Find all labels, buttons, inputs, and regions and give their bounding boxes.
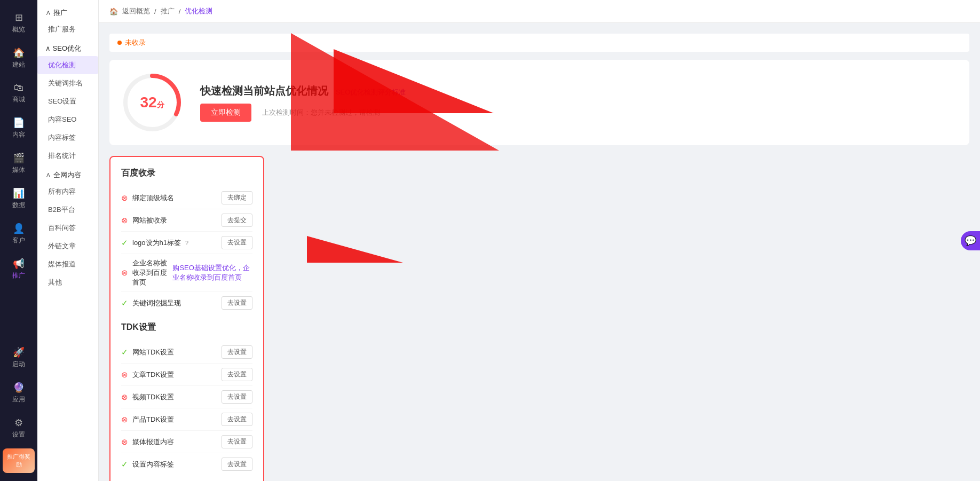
- sidebar-bottom: 🚀 启动🔮 应用⚙ 设置 推广得奖励: [0, 340, 37, 481]
- ok-icon: ✓: [121, 460, 128, 469]
- check-item-action-button[interactable]: 去提交: [222, 214, 252, 227]
- check-item-action-button[interactable]: 去设置: [222, 236, 252, 249]
- start-label: 启动: [12, 360, 25, 369]
- help-icon[interactable]: ?: [185, 240, 188, 246]
- apps-icon: 🔮: [13, 382, 25, 393]
- sidebar-section-∧ 全网内容[interactable]: ∧ 全网内容: [37, 165, 98, 183]
- overview-icon: ⊞: [15, 12, 23, 23]
- sidebar-dark: ⊞ 概览🏠 建站🛍 商城📄 内容🎬 媒体📊 数据👤 客户📢 推广 🚀: [0, 0, 37, 481]
- sidebar-item-b2b[interactable]: B2B平台: [37, 201, 98, 219]
- error-icon: ⊗: [121, 392, 128, 402]
- sidebar-dark-bottom-settings[interactable]: ⚙ 设置: [0, 411, 37, 446]
- check-item-label: 视频TDK设置: [132, 392, 174, 402]
- check-item-action-button[interactable]: 去设置: [222, 296, 252, 310]
- error-icon: ⊗: [121, 415, 128, 424]
- data-label: 数据: [12, 201, 25, 210]
- error-icon: ⊗: [121, 268, 128, 278]
- error-icon: ⊗: [121, 437, 128, 447]
- media-icon: 🎬: [13, 152, 25, 164]
- sidebar-item-outbound[interactable]: 外链文章: [37, 237, 98, 255]
- check-item-action-button[interactable]: 去设置: [222, 390, 252, 404]
- sidebar-item-content-seo[interactable]: 内容SEO: [37, 111, 98, 129]
- score-standard-link[interactable]: SEO优化检测评分标准: [336, 88, 406, 96]
- warning-banner: 未收录: [109, 34, 969, 52]
- check-item-label: 企业名称被收录到百度首页: [132, 258, 172, 287]
- settings-icon: ⚙: [14, 417, 23, 429]
- check-item-label: 关键词挖掘呈现: [132, 298, 181, 308]
- check-item-left: ⊗产品TDK设置: [121, 415, 174, 424]
- check-section-main: 百度收录 ⊗绑定顶级域名去绑定⊗网站被收录去提交✓logo设为h1标签?去设置⊗…: [109, 156, 264, 481]
- check-item-action-button[interactable]: 去设置: [222, 435, 252, 448]
- warning-text: 未收录: [125, 38, 146, 48]
- last-check-text: 上次检测时间：您并未检测过，请检测: [262, 108, 380, 117]
- sidebar-dark-bottom-apps[interactable]: 🔮 应用: [0, 375, 37, 411]
- breadcrumb-link1[interactable]: 推广: [161, 6, 175, 16]
- sidebar-dark-item-build[interactable]: 🏠 建站: [12, 41, 25, 76]
- check-item-left: ✓logo设为h1标签?: [121, 238, 188, 248]
- sidebar-dark-item-content[interactable]: 📄 内容: [12, 111, 25, 146]
- check-item: ⊗产品TDK设置去设置: [121, 408, 252, 431]
- sidebar-section-∧ SEO优化[interactable]: ∧ SEO优化: [37, 38, 98, 56]
- sidebar-section-∧ 推广[interactable]: ∧ 推广: [37, 3, 98, 20]
- sidebar-dark-item-media[interactable]: 🎬 媒体: [12, 146, 25, 181]
- breadcrumb-home[interactable]: 返回概览: [122, 6, 150, 16]
- start-icon: 🚀: [13, 346, 25, 358]
- sidebar-dark-item-shop[interactable]: 🛍 商城: [12, 76, 25, 111]
- check-item: ✓关键词挖掘呈现去设置: [121, 292, 252, 314]
- check-item: ✓网站TDK设置去设置: [121, 341, 252, 364]
- error-icon: ⊗: [121, 370, 128, 380]
- action-row: 立即检测 上次检测时间：您并未检测过，请检测: [200, 104, 406, 122]
- check-item-left: ✓设置内容标签: [121, 460, 174, 469]
- check-item-label: 产品TDK设置: [132, 415, 174, 424]
- breadcrumb: 🏠 返回概览 / 推广 / 优化检测: [99, 0, 980, 23]
- check-item-left: ✓关键词挖掘呈现: [121, 298, 181, 308]
- sidebar-dark-item-customer[interactable]: 👤 客户: [12, 216, 25, 251]
- check-item-label: 媒体报道内容: [132, 437, 174, 447]
- sidebar-dark-item-overview[interactable]: ⊞ 概览: [12, 5, 25, 41]
- sidebar-dark-item-data[interactable]: 📊 数据: [12, 181, 25, 216]
- sidebar-item-keyword-rank[interactable]: 关键词排名: [37, 74, 98, 92]
- sidebar-item-seo-settings[interactable]: SEO设置: [37, 92, 98, 111]
- content-icon: 📄: [13, 117, 25, 129]
- sidebar-item-media-report[interactable]: 媒体报道: [37, 255, 98, 273]
- sidebar-item-other[interactable]: 其他: [37, 273, 98, 291]
- sidebar-item-baike[interactable]: 百科问答: [37, 219, 98, 237]
- check-item-action-button[interactable]: 去设置: [222, 413, 252, 426]
- sidebar-item-all-content[interactable]: 所有内容: [37, 183, 98, 201]
- build-icon: 🏠: [13, 47, 25, 59]
- sidebar-item-rank-stats[interactable]: 排名统计: [37, 147, 98, 165]
- sidebar-dark-bottom-start[interactable]: 🚀 启动: [0, 340, 37, 375]
- ok-icon: ✓: [121, 298, 128, 308]
- check-item: ⊗媒体报道内容去设置: [121, 431, 252, 453]
- score-title: 快速检测当前站点优化情况: [200, 85, 328, 97]
- check-item: ⊗绑定顶级域名去绑定: [121, 187, 252, 209]
- sidebar-item-promo-service[interactable]: 推广服务: [37, 20, 98, 38]
- customer-label: 客户: [12, 236, 25, 245]
- score-card: 32分 快速检测当前站点优化情况 SEO优化检测评分标准 立即检测 上次检测时间…: [109, 60, 969, 145]
- sidebar-dark-item-promo[interactable]: 📢 推广: [12, 251, 25, 287]
- check-item-left: ⊗企业名称被收录到百度首页: [121, 258, 172, 287]
- check-item-action-button[interactable]: 去设置: [222, 368, 252, 381]
- ok-icon: ✓: [121, 238, 128, 248]
- check-item-link[interactable]: 购SEO基础设置优化，企业名称收录到百度首页: [172, 263, 252, 282]
- check-item-label: 网站被收录: [132, 216, 167, 225]
- sidebar-item-content-tags[interactable]: 内容标签: [37, 129, 98, 147]
- promo-icon: 📢: [13, 258, 25, 270]
- shop-label: 商城: [12, 95, 25, 104]
- content-area: 未收录 32分 快速检测当前站点优化情况 SEO优化检测评分标准 立即检测: [99, 23, 980, 481]
- build-label: 建站: [12, 60, 25, 69]
- promo-banner[interactable]: 推广得奖励: [3, 448, 35, 473]
- check-item-label: 网站TDK设置: [132, 348, 174, 357]
- check-item-action-button[interactable]: 去绑定: [222, 191, 252, 204]
- overview-label: 概览: [12, 25, 25, 34]
- detect-button[interactable]: 立即检测: [200, 104, 251, 122]
- data-icon: 📊: [13, 187, 25, 199]
- check-item-left: ⊗文章TDK设置: [121, 370, 174, 380]
- check-item-action-button[interactable]: 去设置: [222, 458, 252, 471]
- float-chat-button[interactable]: 💬: [961, 231, 980, 250]
- sidebar-item-optimize-check[interactable]: 优化检测: [37, 56, 98, 74]
- check-item: ⊗文章TDK设置去设置: [121, 364, 252, 386]
- check-item-action-button[interactable]: 去设置: [222, 345, 252, 359]
- check-item-left: ✓网站TDK设置: [121, 348, 174, 357]
- ok-icon: ✓: [121, 348, 128, 357]
